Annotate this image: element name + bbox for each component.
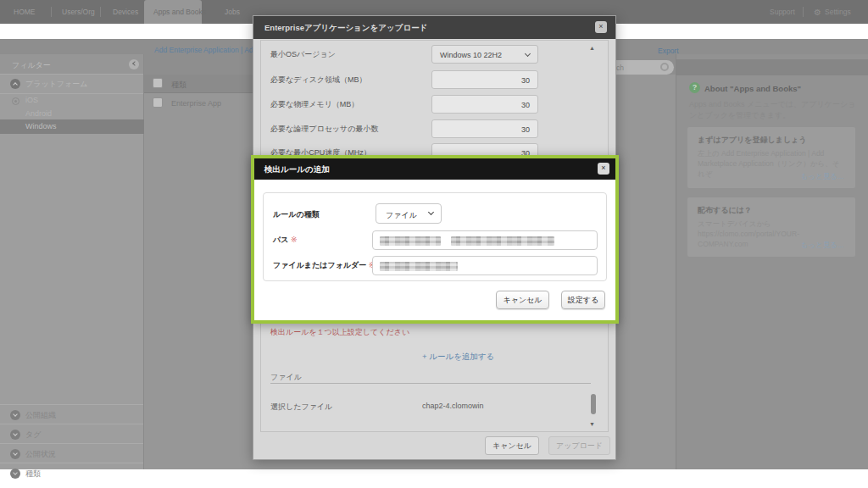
scroll-up-icon[interactable]: ▲ (589, 45, 595, 51)
sidebar-group-organization[interactable]: 公開組織 (0, 404, 143, 424)
see-more-link[interactable]: もっと見る... (801, 172, 843, 182)
rule-type-label: ルールの種類 (273, 209, 320, 220)
filter-sidebar: フィルター プラットフォーム iOS Android Windows 公開組織 … (0, 54, 144, 469)
rule-type-value: ファイル (386, 210, 417, 221)
os-version-value: Windows 10 22H2 (440, 51, 502, 59)
field-label-processors: 必要な論理プロセッサの最小数 (270, 124, 378, 135)
sidebar-item-windows-selected[interactable]: Windows (0, 119, 144, 134)
close-icon[interactable]: × (595, 21, 607, 33)
support-link[interactable]: Support (770, 8, 795, 16)
disk-space-value: 30 (521, 76, 530, 85)
group-label: 公開状況 (25, 449, 56, 460)
tab-apps-and-books[interactable]: Apps and Books (153, 8, 206, 16)
field-label-memory: 必要な物理メモリ（MB） (270, 99, 359, 110)
group-label: タグ (25, 430, 41, 441)
scroll-down-icon[interactable]: ▼ (589, 421, 595, 427)
help-card-distribute: 配布するには？ スマートデバイスから https://clomo.com/por… (687, 197, 855, 257)
folder-label-text: ファイルまたはフォルダー (273, 261, 366, 269)
help-icon: ? (689, 82, 700, 93)
sidebar-group-type[interactable]: 種類 (0, 463, 143, 469)
disk-space-input[interactable]: 30 (431, 70, 538, 89)
validation-message: 検出ルールを１つ以上設定してください (270, 327, 409, 338)
upload-button-disabled[interactable]: アップロード (548, 436, 610, 455)
android-label: Android (25, 109, 52, 118)
row-checkbox[interactable] (153, 97, 163, 108)
redacted-folder-value (380, 262, 458, 271)
scrollbar-thumb[interactable] (591, 394, 596, 414)
tab-devices[interactable]: Devices (113, 8, 138, 16)
select-all-checkbox[interactable] (153, 78, 163, 88)
filter-header: フィルター (0, 54, 143, 75)
path-input[interactable] (372, 230, 598, 250)
platform-group-label: プラットフォーム (25, 79, 87, 90)
memory-value: 30 (521, 101, 530, 109)
chevron-down-circle-icon (10, 449, 20, 459)
redacted-path-value (451, 236, 554, 246)
memory-input[interactable]: 30 (431, 95, 538, 114)
radio-icon (12, 97, 19, 105)
field-label-disk: 必要なディスク領域（MB） (270, 75, 367, 86)
collapse-sidebar-icon[interactable] (129, 59, 139, 69)
chevron-down-icon (525, 51, 531, 57)
required-mark: ※ (291, 236, 298, 244)
rule-cancel-button[interactable]: キャンセル (496, 291, 549, 309)
group-label: 種類 (25, 469, 41, 480)
rule-type-select[interactable]: ファイル (376, 203, 442, 224)
chevron-down-circle-icon (10, 410, 20, 420)
sidebar-group-publish-status[interactable]: 公開状況 (0, 443, 143, 463)
add-enterprise-application-link[interactable]: Add Enterprise Application | Add (154, 46, 257, 54)
file-section-label: ファイル (270, 372, 302, 383)
gear-icon: ⚙ (814, 8, 821, 17)
ios-label: iOS (25, 96, 38, 104)
os-version-select[interactable]: Windows 10 22H2 (431, 45, 538, 64)
help-card-register: まずはアプリを登録しましょう 左上の Add Enterprise Applic… (687, 127, 855, 188)
cancel-button[interactable]: キャンセル (485, 436, 539, 455)
processors-value: 30 (521, 125, 530, 134)
rule-submit-button[interactable]: 設定する (561, 291, 605, 309)
file-or-folder-input[interactable] (372, 256, 598, 275)
file-or-folder-label: ファイルまたはフォルダー ※ (273, 260, 375, 271)
divider (0, 93, 143, 94)
help-panel-band (676, 59, 868, 75)
rule-modal-header: 検出ルールの追加 × (254, 158, 615, 180)
card-title: 配布するには？ (698, 205, 752, 216)
search-icon (660, 63, 669, 71)
path-label: パス ※ (273, 235, 297, 246)
chevron-down-circle-icon (10, 469, 20, 479)
column-header-type: 種類 (171, 80, 186, 91)
close-icon[interactable]: × (598, 163, 609, 175)
path-label-text: パス (273, 236, 288, 244)
selected-file-value: chap2-4.clomowin (422, 402, 484, 410)
app-root: HOME Users/Org Devices Apps and Books Jo… (0, 0, 868, 488)
processors-input[interactable]: 30 (431, 119, 538, 138)
chevron-down-icon (428, 209, 434, 215)
divider (270, 383, 591, 384)
add-rule-link[interactable]: + ルールを追加する (422, 352, 494, 363)
card-title: まずはアプリを登録しましょう (698, 135, 807, 146)
upload-modal-header: Enterpriseアプリケーションをアップロード × (253, 16, 615, 39)
help-description: Apps and Books メニューでは、アプリケーションとブックを管理できま… (689, 99, 857, 121)
field-label-os-version: 最小OSバージョン (270, 49, 336, 60)
selected-file-label: 選択したファイル (270, 402, 332, 413)
nav-divider (51, 7, 52, 17)
nav-divider (100, 7, 101, 17)
group-label: 公開組織 (25, 410, 56, 421)
sidebar-group-tag[interactable]: タグ (0, 424, 143, 443)
windows-label: Windows (25, 122, 57, 130)
upload-modal-title: Enterpriseアプリケーションをアップロード (264, 23, 427, 34)
tab-users-org[interactable]: Users/Org (62, 8, 95, 16)
filter-title: フィルター (12, 60, 51, 71)
chevron-down-circle-icon (10, 430, 20, 440)
settings-link[interactable]: Settings (825, 8, 851, 16)
nav-divider (803, 7, 804, 17)
help-title: About "Apps and Books" (704, 84, 801, 93)
chevron-up-circle-icon (10, 79, 20, 89)
rule-modal-title: 検出ルールの追加 (264, 164, 330, 175)
tab-home[interactable]: HOME (14, 8, 36, 16)
row-label: Enterprise App (171, 99, 221, 108)
redacted-path-value (380, 236, 441, 246)
tab-jobs[interactable]: Jobs (225, 8, 240, 16)
add-detection-rule-modal: 検出ルールの追加 × ルールの種類 ファイル パス ※ ファイルまたはフォルダー… (251, 155, 619, 324)
see-more-link[interactable]: もっと見る... (801, 241, 843, 251)
help-panel: ? About "Apps and Books" Apps and Books … (676, 54, 868, 469)
